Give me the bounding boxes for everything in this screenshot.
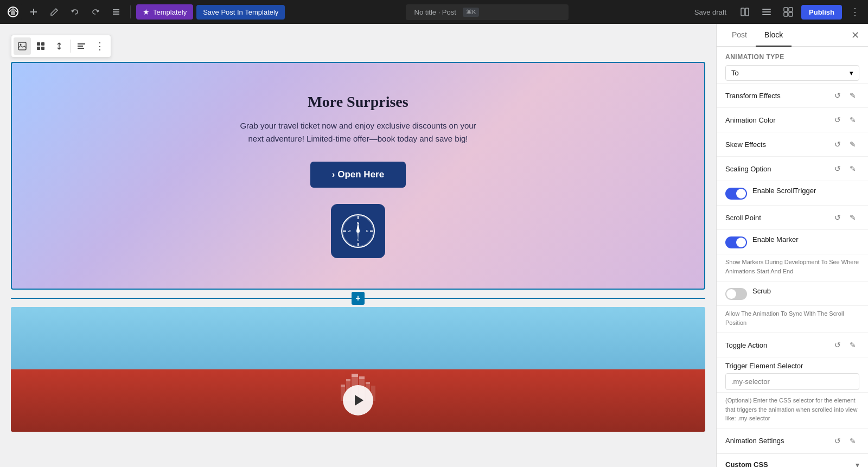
transform-edit-button[interactable]: ✎ (846, 89, 859, 102)
scroll-point-row: Scroll Point ↺ ✎ (717, 206, 868, 230)
list-view-button[interactable] (107, 3, 125, 21)
animation-color-edit-button[interactable]: ✎ (846, 113, 859, 126)
marker-toggle-knob (736, 238, 746, 247)
publish-button[interactable]: Publish (801, 5, 842, 20)
scaling-edit-button[interactable]: ✎ (846, 162, 859, 175)
animation-type-dropdown[interactable]: To ▾ (725, 65, 859, 81)
layout-button[interactable] (780, 3, 797, 21)
scaling-reset-button[interactable]: ↺ (831, 162, 844, 175)
animation-color-label: Animation Color (725, 116, 776, 124)
svg-rect-4 (113, 11, 119, 12)
topbar-center: No title · Post ⌘K (288, 4, 685, 20)
trigger-element-helper: (Optional) Enter the CSS selector for th… (717, 393, 868, 429)
svg-text:W: W (348, 229, 351, 233)
skew-edit-button[interactable]: ✎ (846, 138, 859, 151)
settings-button[interactable] (758, 3, 775, 21)
block-arrows-tool[interactable] (50, 37, 68, 55)
scrub-label: Scrub (752, 287, 771, 295)
view-toggle-button[interactable] (736, 3, 754, 21)
custom-css-label: Custom CSS (725, 460, 768, 467)
animation-settings-label: Animation Settings (725, 437, 784, 445)
svg-rect-18 (41, 42, 44, 46)
panel-content: Animation Type To ▾ Transform Effects ↺ … (717, 47, 868, 467)
open-here-button[interactable]: › Open Here (310, 162, 406, 188)
toggle-action-row: Toggle Action ↺ ✎ (717, 333, 868, 357)
svg-rect-23 (78, 48, 84, 49)
skew-effects-row: Skew Effects ↺ ✎ (717, 132, 868, 157)
toggle-action-edit-button[interactable]: ✎ (846, 338, 859, 351)
content-block: More Surprises Grab your travel ticket n… (11, 62, 705, 290)
video-play-button[interactable] (343, 385, 373, 415)
block-image-tool[interactable] (14, 37, 31, 55)
post-title-bar: No title · Post ⌘K (406, 4, 569, 20)
scaling-option-label: Scaling Option (725, 165, 771, 173)
transform-reset-button[interactable]: ↺ (831, 89, 844, 102)
svg-rect-15 (18, 42, 26, 50)
redo-button[interactable] (87, 3, 104, 21)
toggle-action-actions: ↺ ✎ (831, 338, 859, 351)
scroll-trigger-label: Enable ScrollTrigger (752, 187, 816, 195)
post-title: No title · Post (414, 8, 456, 16)
animation-type-label: Animation Type (725, 53, 859, 61)
scaling-option-row: Scaling Option ↺ ✎ (717, 157, 868, 181)
tab-post[interactable]: Post (723, 24, 756, 47)
marker-helper-text: Show Markers During Development To See W… (717, 254, 868, 282)
svg-rect-3 (113, 9, 119, 10)
scrub-toggle-knob (726, 289, 736, 299)
svg-rect-11 (784, 8, 788, 11)
wp-logo[interactable] (4, 3, 22, 21)
content-heading: More Surprises (308, 93, 408, 111)
video-block-inner (11, 307, 705, 432)
animation-settings-row: Animation Settings ↺ ✎ (717, 429, 868, 453)
edit-button[interactable] (46, 3, 63, 21)
save-templately-button[interactable]: Save Post In Templately (196, 5, 285, 20)
animation-color-reset-button[interactable]: ↺ (831, 113, 844, 126)
topbar-right: Save draft Publish ⋮ (689, 3, 864, 21)
transform-effects-label: Transform Effects (725, 92, 781, 100)
compass-widget: N S E W (331, 204, 385, 258)
animation-settings-edit-button[interactable]: ✎ (846, 434, 859, 447)
toggle-action-reset-button[interactable]: ↺ (831, 338, 844, 351)
animation-settings-reset-button[interactable]: ↺ (831, 434, 844, 447)
svg-point-36 (356, 229, 360, 233)
video-block (11, 307, 705, 432)
shortcut-badge: ⌘K (463, 8, 479, 17)
scrub-toggle[interactable] (725, 288, 747, 300)
block-line-left (11, 298, 352, 299)
block-toolbar-divider (70, 40, 71, 53)
svg-rect-5 (113, 14, 119, 15)
trigger-element-input[interactable] (725, 373, 859, 390)
more-options-button[interactable]: ⋮ (846, 3, 864, 21)
toolbar-separator (130, 5, 131, 18)
scroll-point-label: Scroll Point (725, 214, 761, 222)
scroll-trigger-toggle[interactable] (725, 188, 747, 200)
scroll-point-reset-button[interactable]: ↺ (831, 211, 844, 224)
svg-rect-6 (741, 8, 744, 16)
add-block-button[interactable] (25, 3, 42, 21)
block-grid-tool[interactable] (32, 37, 49, 55)
save-draft-button[interactable]: Save draft (689, 5, 732, 20)
svg-rect-12 (789, 8, 793, 11)
scroll-point-edit-button[interactable]: ✎ (846, 211, 859, 224)
scrub-row: Scrub (717, 282, 868, 306)
svg-rect-7 (745, 8, 749, 16)
custom-css-header[interactable]: Custom CSS ▾ (717, 453, 868, 468)
svg-rect-10 (762, 14, 771, 15)
animation-color-row: Animation Color ↺ ✎ (717, 108, 868, 132)
templately-button[interactable]: ★ Templately (136, 4, 193, 20)
enable-marker-toggle[interactable] (725, 236, 747, 248)
block-align-tool[interactable] (73, 37, 90, 55)
svg-rect-22 (78, 46, 83, 47)
custom-css-chevron-icon: ▾ (856, 460, 859, 468)
add-block-plus-button[interactable]: + (352, 292, 365, 305)
block-more-tool[interactable]: ⋮ (91, 37, 108, 55)
tab-block[interactable]: Block (756, 24, 792, 47)
undo-button[interactable] (66, 3, 84, 21)
skew-reset-button[interactable]: ↺ (831, 138, 844, 151)
enable-marker-row: Enable Marker (717, 230, 868, 254)
svg-rect-20 (41, 47, 44, 50)
panel-close-button[interactable]: ✕ (849, 27, 861, 43)
skew-effects-label: Skew Effects (725, 140, 766, 149)
animation-type-value: To (731, 69, 739, 77)
svg-rect-21 (78, 43, 85, 44)
